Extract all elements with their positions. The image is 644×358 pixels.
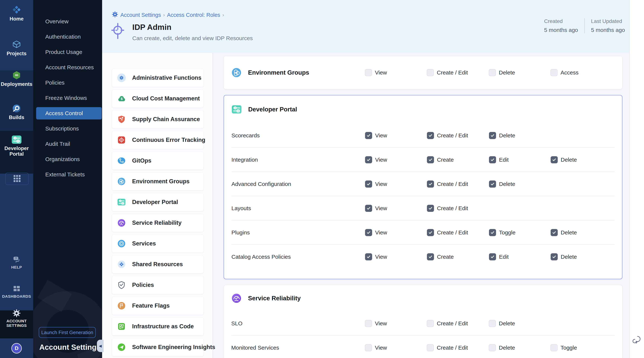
envgroups-icon [117, 177, 126, 186]
checkbox-checked[interactable] [427, 253, 434, 260]
avatar[interactable]: D [11, 343, 22, 353]
checkbox-checked[interactable] [427, 181, 434, 188]
permission-row-scorecards: Scorecards View Create / Edit Delete [224, 123, 622, 148]
checkbox-checked[interactable] [489, 181, 496, 188]
ccm-icon: $ [117, 94, 126, 103]
sidebar-title: Account Settings [39, 343, 100, 351]
chat-button[interactable] [632, 334, 642, 346]
checkbox-checked[interactable] [551, 253, 558, 260]
checkbox-unchecked[interactable] [427, 320, 434, 327]
sidebar-item-policies[interactable]: Policies [33, 77, 102, 89]
module-card-environment-groups[interactable]: Environment Groups [112, 172, 204, 191]
checkbox-checked[interactable] [427, 156, 434, 163]
permission-delete: Delete [551, 253, 622, 260]
permission-view: View [365, 156, 427, 163]
rail-item-help[interactable]: ? HELP [0, 255, 33, 270]
module-card-software-engineering-insights[interactable]: Software Engineering Insights [112, 338, 204, 356]
left-rail: Home Projects ∞ Deployments Builds Devel… [0, 0, 33, 358]
permission-section-environment-groups: Environment Groups View Create / Edit De… [224, 56, 622, 89]
checkbox-checked[interactable] [427, 229, 434, 236]
rail-item-deployments[interactable]: ∞ Deployments [0, 71, 33, 87]
rail-item-builds[interactable]: Builds [0, 104, 33, 120]
sidebar-item-access-control[interactable]: Access Control [36, 107, 102, 119]
checkbox-checked[interactable] [489, 229, 496, 236]
module-card-shared-resources[interactable]: Shared Resources [112, 255, 204, 273]
checkbox-checked[interactable] [489, 156, 496, 163]
breadcrumb-account-settings[interactable]: Account Settings [120, 12, 161, 18]
checkbox-unchecked[interactable] [427, 69, 434, 76]
checkbox-checked[interactable] [365, 132, 372, 139]
module-card-policies[interactable]: Policies [112, 276, 204, 294]
rail-item-account-settings[interactable]: ACCOUNT SETTINGS [0, 309, 33, 327]
module-card-administrative-functions[interactable]: Administrative Functions [112, 69, 204, 87]
sidebar-item-freeze-windows[interactable]: Freeze Windows [33, 92, 102, 104]
module-card-infrastructure-as-code[interactable]: Infrastructure as Code [112, 317, 204, 336]
section-title: Developer Portal [248, 106, 297, 113]
module-card-developer-portal[interactable]: Developer Portal [112, 193, 204, 211]
sidebar-item-product-usage[interactable]: Product Usage [33, 46, 102, 58]
checkbox-unchecked[interactable] [365, 320, 372, 327]
checkbox-unchecked[interactable] [489, 320, 496, 327]
breadcrumb-access-control-roles[interactable]: Access Control: Roles [167, 12, 220, 18]
iac-icon [117, 322, 126, 331]
checkbox-checked[interactable] [551, 156, 558, 163]
sidebar-item-audit-trail[interactable]: Audit Trail [33, 138, 102, 150]
checkbox-checked[interactable] [365, 229, 372, 236]
module-card-supply-chain-assurance[interactable]: Supply Chain Assurance [112, 110, 204, 128]
rail-item-projects[interactable]: Projects [0, 40, 33, 56]
sidebar-item-overview[interactable]: Overview [33, 15, 102, 28]
module-card-feature-flags[interactable]: Feature Flags [112, 297, 204, 315]
rail-item-home[interactable]: Home [0, 5, 33, 22]
sidebar-collapse-button[interactable]: ◀ [97, 340, 104, 352]
permission-create-edit: Create / Edit [427, 69, 489, 76]
sidebar-item-authentication[interactable]: Authentication [33, 31, 102, 43]
permission-create: Create [427, 156, 489, 163]
checkbox-checked[interactable] [365, 156, 372, 163]
permission-delete: Delete [489, 69, 550, 76]
permission-row-advanced-configuration: Advanced Configuration View Create / Edi… [224, 172, 622, 196]
section-title: Environment Groups [248, 69, 309, 76]
srm-icon [231, 293, 242, 303]
module-card-continuous-error-tracking[interactable]: Continuous Error Tracking [112, 131, 204, 149]
policies-icon [117, 281, 126, 289]
checkbox-checked[interactable] [489, 253, 496, 260]
module-card-gitops[interactable]: GitOps [112, 151, 204, 170]
permission-toggle: Toggle [489, 229, 551, 236]
module-card-service-reliability[interactable]: Service Reliability [112, 214, 204, 232]
checkbox-unchecked[interactable] [365, 69, 372, 76]
module-card-cloud-cost-management[interactable]: $ Cloud Cost Management [112, 89, 204, 108]
sidebar-item-external-tickets[interactable]: External Tickets [33, 168, 102, 181]
sidebar-item-subscriptions[interactable]: Subscriptions [33, 122, 102, 135]
ssca-icon [117, 115, 126, 124]
module-picker-button[interactable] [5, 173, 29, 185]
checkbox-unchecked[interactable] [550, 69, 558, 76]
checkbox-checked[interactable] [489, 132, 496, 139]
launch-first-generation-button[interactable]: Launch First Generation [39, 327, 96, 338]
permission-view: View [365, 229, 427, 236]
module-card-services[interactable]: Services [112, 234, 204, 253]
sidebar-item-organizations[interactable]: Organizations [33, 153, 102, 165]
breadcrumb-separator: › [222, 12, 224, 18]
builds-icon [0, 104, 33, 113]
account-settings-sidebar: OverviewAuthenticationProduct UsageAccou… [33, 0, 102, 358]
permission-row-monitored-services: Monitored Services View Create / Edit De… [224, 336, 622, 358]
permission-delete: Delete [551, 229, 622, 236]
devportal-icon [232, 104, 242, 115]
devportal-icon [117, 198, 126, 207]
gear-icon [0, 309, 33, 317]
checkbox-unchecked[interactable] [489, 69, 496, 76]
checkbox-unchecked[interactable] [427, 344, 434, 351]
rail-item-developer-portal[interactable]: Developer Portal [0, 135, 33, 157]
checkbox-unchecked[interactable] [365, 344, 372, 351]
checkbox-checked[interactable] [365, 205, 372, 212]
checkbox-checked[interactable] [427, 132, 434, 139]
checkbox-checked[interactable] [427, 205, 434, 212]
checkbox-checked[interactable] [365, 181, 372, 188]
checkbox-checked[interactable] [365, 253, 372, 260]
checkbox-unchecked[interactable] [550, 344, 558, 351]
permission-create: Create [427, 253, 489, 260]
sidebar-item-account-resources[interactable]: Account Resources [33, 61, 102, 74]
checkbox-unchecked[interactable] [489, 344, 496, 351]
checkbox-checked[interactable] [551, 229, 558, 236]
rail-item-dashboards[interactable]: DASHBOARDS [0, 284, 33, 299]
